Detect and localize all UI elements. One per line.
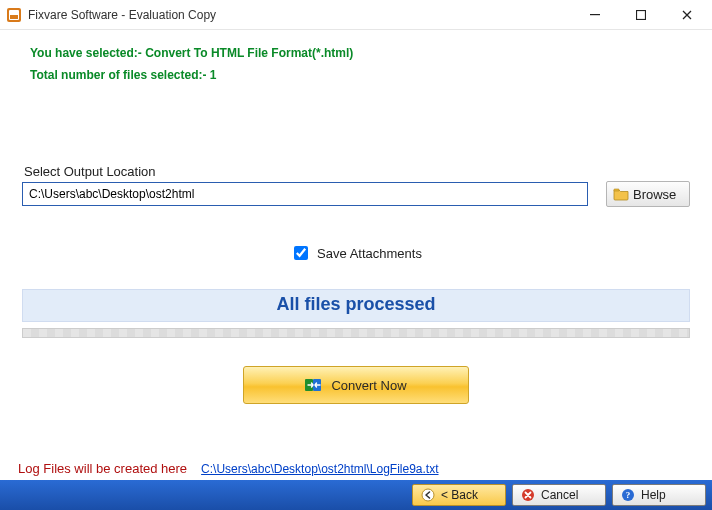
svg-rect-5 (614, 189, 619, 191)
help-label: Help (641, 488, 666, 502)
file-count-text: Total number of files selected:- 1 (22, 62, 690, 84)
convert-row: Convert Now (22, 366, 690, 404)
maximize-button[interactable] (618, 1, 664, 29)
help-button[interactable]: ? Help (612, 484, 706, 506)
back-button[interactable]: < Back (412, 484, 506, 506)
svg-rect-4 (637, 10, 646, 19)
cancel-label: Cancel (541, 488, 578, 502)
app-icon (6, 7, 22, 23)
folder-icon (613, 187, 629, 201)
browse-label: Browse (633, 187, 676, 202)
cancel-button[interactable]: Cancel (512, 484, 606, 506)
convert-now-label: Convert Now (331, 378, 406, 393)
output-section: Select Output Location Browse Save Attac… (22, 164, 690, 404)
help-icon: ? (621, 488, 635, 502)
output-location-label: Select Output Location (22, 164, 690, 181)
titlebar: Fixvare Software - Evaluation Copy (0, 0, 712, 30)
progress-bar (22, 328, 690, 338)
window-title: Fixvare Software - Evaluation Copy (28, 8, 572, 22)
status-bar: All files processed (22, 289, 690, 322)
browse-button[interactable]: Browse (606, 181, 690, 207)
svg-text:?: ? (626, 490, 631, 500)
main-content: You have selected:- Convert To HTML File… (0, 30, 712, 404)
window-controls (572, 1, 710, 29)
close-button[interactable] (664, 1, 710, 29)
save-attachments-checkbox[interactable] (294, 246, 308, 260)
back-arrow-icon (421, 488, 435, 502)
minimize-button[interactable] (572, 1, 618, 29)
log-path-link[interactable]: C:\Users\abc\Desktop\ost2html\LogFile9a.… (201, 462, 438, 476)
footer: < Back Cancel ? Help (0, 480, 712, 510)
save-attachments-label: Save Attachments (317, 246, 422, 261)
output-path-input[interactable] (22, 182, 588, 206)
cancel-icon (521, 488, 535, 502)
svg-point-8 (422, 489, 434, 501)
svg-rect-3 (590, 14, 600, 15)
svg-rect-2 (10, 15, 18, 19)
selected-format-text: You have selected:- Convert To HTML File… (22, 40, 690, 62)
save-attachments-row: Save Attachments (22, 243, 690, 263)
log-row: Log Files will be created here C:\Users\… (18, 461, 694, 476)
log-label: Log Files will be created here (18, 461, 187, 476)
output-row: Browse (22, 181, 690, 207)
back-label: < Back (441, 488, 478, 502)
convert-icon (305, 377, 323, 393)
convert-now-button[interactable]: Convert Now (243, 366, 469, 404)
